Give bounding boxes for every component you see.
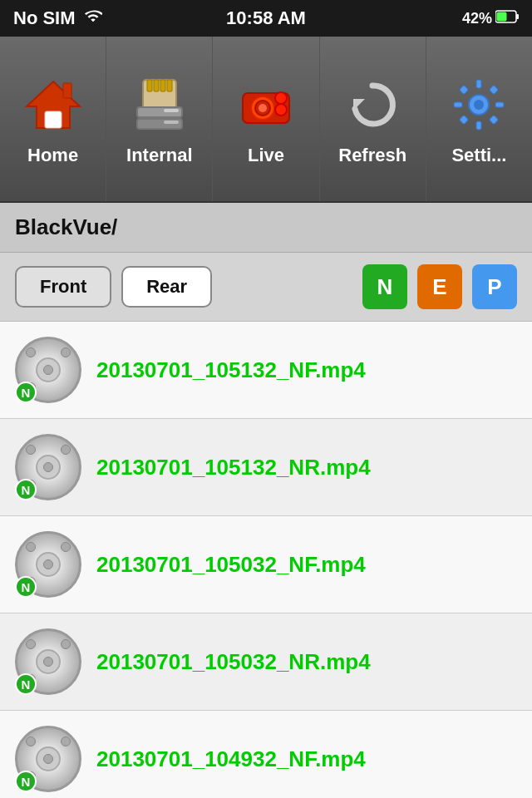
breadcrumb-text: BlackVue/ (15, 214, 117, 239)
live-icon (233, 71, 299, 138)
status-time: 10:58 AM (226, 7, 306, 29)
svg-rect-31 (490, 115, 499, 124)
svg-rect-13 (164, 109, 179, 112)
type-n-button[interactable]: N (362, 264, 407, 309)
svg-rect-2 (497, 12, 507, 21)
file-name: 20130701_105132_NF.mp4 (96, 357, 366, 383)
reel-icon: N (15, 628, 81, 695)
home-icon (20, 71, 86, 138)
reel-badge: N (15, 673, 37, 695)
reel-icon: N (15, 531, 81, 598)
battery-percent: 42% (462, 10, 492, 27)
file-item[interactable]: N 20130701_104932_NF.mp4 (0, 711, 532, 798)
type-e-button[interactable]: E (417, 264, 462, 309)
toolbar-internal[interactable]: Internal (106, 37, 213, 201)
toolbar-internal-label: Internal (126, 145, 192, 166)
svg-rect-29 (490, 85, 499, 94)
toolbar-settings-label: Setti... (451, 145, 506, 166)
settings-icon (446, 71, 512, 138)
reel-badge: N (15, 576, 37, 598)
svg-point-20 (275, 104, 287, 116)
svg-rect-24 (476, 80, 481, 88)
status-bar: No SIM 10:58 AM 42% (0, 0, 532, 37)
file-list: N 20130701_105132_NF.mp4 N 20130701_1051… (0, 322, 532, 798)
filter-bar: Front Rear N E P (0, 253, 532, 322)
svg-rect-30 (460, 115, 469, 124)
toolbar-settings[interactable]: Setti... (426, 37, 532, 201)
type-p-button[interactable]: P (472, 264, 517, 309)
internal-icon (126, 71, 193, 138)
svg-rect-28 (460, 85, 469, 94)
toolbar: Home Internal (0, 37, 532, 203)
toolbar-home-label: Home (27, 145, 78, 166)
svg-point-18 (259, 104, 267, 112)
toolbar-live[interactable]: Live (213, 37, 319, 201)
svg-point-23 (474, 100, 484, 110)
file-item[interactable]: N 20130701_105032_NR.mp4 (0, 613, 532, 711)
svg-rect-27 (495, 102, 504, 107)
file-item[interactable]: N 20130701_105132_NF.mp4 (0, 322, 532, 419)
svg-marker-21 (353, 99, 365, 111)
svg-rect-9 (160, 80, 165, 91)
svg-rect-8 (154, 80, 159, 91)
toolbar-refresh-label: Refresh (338, 145, 406, 166)
refresh-icon (339, 71, 406, 138)
svg-point-19 (275, 92, 287, 104)
svg-rect-4 (45, 111, 62, 128)
svg-rect-26 (454, 102, 462, 107)
toolbar-live-label: Live (248, 145, 284, 166)
file-item[interactable]: N 20130701_105132_NR.mp4 (0, 419, 532, 516)
carrier-label: No SIM (13, 7, 76, 29)
file-name: 20130701_105032_NF.mp4 (96, 552, 366, 578)
file-item[interactable]: N 20130701_105032_NF.mp4 (0, 516, 532, 613)
reel-icon: N (15, 434, 81, 500)
breadcrumb: BlackVue/ (0, 203, 532, 253)
reel-icon: N (15, 726, 81, 792)
filter-front-button[interactable]: Front (15, 266, 111, 308)
battery-icon (495, 10, 519, 27)
svg-rect-10 (167, 80, 172, 91)
svg-rect-5 (63, 83, 71, 98)
reel-badge: N (15, 382, 37, 403)
filter-rear-button[interactable]: Rear (121, 266, 212, 308)
svg-rect-1 (516, 14, 519, 19)
reel-icon: N (15, 337, 81, 403)
reel-badge: N (15, 479, 37, 500)
file-name: 20130701_104932_NF.mp4 (96, 746, 366, 772)
toolbar-home[interactable]: Home (0, 37, 106, 201)
file-name: 20130701_105132_NR.mp4 (96, 455, 371, 480)
reel-badge: N (15, 771, 37, 792)
svg-rect-25 (476, 121, 481, 130)
svg-rect-7 (147, 80, 152, 91)
file-name: 20130701_105032_NR.mp4 (96, 649, 371, 675)
toolbar-refresh[interactable]: Refresh (320, 37, 426, 201)
wifi-icon (84, 7, 102, 30)
svg-rect-14 (164, 121, 179, 124)
